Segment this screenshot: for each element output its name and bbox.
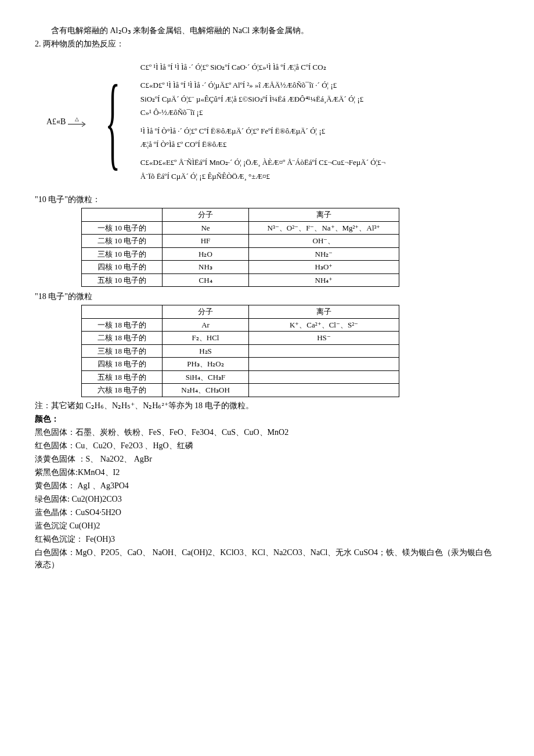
color-line: 紫黑色固体:KMnO4、I2 bbox=[35, 466, 499, 478]
table-row: 五核 10 电子的CH₄NH₄⁺ bbox=[82, 273, 399, 287]
cell: 三核 10 电子的 bbox=[82, 247, 163, 261]
cell: HF bbox=[163, 235, 249, 248]
cell: Ne bbox=[163, 221, 249, 235]
reaction-block: A£«B △ { C£º ¹Ì Ìå ºÍ ¹Ì Ìå ·´ Ó¦£º SiO₂… bbox=[46, 56, 499, 188]
cell: K⁺、Ca²⁺、Cl⁻、S²⁻ bbox=[249, 318, 399, 332]
color-line: 淡黄色固体 ：S、 Na2O2、 AgBr bbox=[35, 453, 499, 465]
cell: 六核 18 电子的 bbox=[82, 384, 163, 397]
color-line: 蓝色晶体：CuSO4·5H2O bbox=[35, 506, 499, 519]
color-line: 黑色固体：石墨、炭粉、铁粉、FeS、FeO、Fe3O4、CuS、CuO、MnO2 bbox=[35, 426, 499, 438]
table-row: 分子 离子 bbox=[82, 305, 399, 319]
cell: H₂O bbox=[163, 247, 249, 261]
cell: CH₄ bbox=[163, 273, 249, 287]
cell: 五核 10 电子的 bbox=[82, 273, 163, 287]
cell: SiH₄、CH₃F bbox=[163, 370, 249, 384]
reaction-item: C£«D£«E£º Å¨ÑÌËáºÍ MnO₂·´ Ó¦ ¡ÖÆ¸ ÀÈÆ¤º … bbox=[140, 156, 385, 183]
cell bbox=[249, 370, 399, 384]
cell: 二核 18 电子的 bbox=[82, 332, 163, 345]
table-row: 二核 18 电子的F₂、HClHS⁻ bbox=[82, 332, 399, 345]
table-row: 一核 18 电子的ArK⁺、Ca²⁺、Cl⁻、S²⁻ bbox=[82, 318, 399, 332]
t18-note: 注：其它诸如 C₂H₆、N₂H₅⁺、N₂H₆²⁺等亦为 18 电子的微粒。 bbox=[35, 399, 499, 412]
cell: 分子 bbox=[163, 305, 249, 319]
table-row: 二核 10 电子的HFOH⁻、 bbox=[82, 235, 399, 248]
cell: NH₄⁺ bbox=[249, 273, 399, 287]
reaction-item: C£«D£º ¹Ì Ìå ºÍ ¹Ì Ìå ·´ Ó¦µÄ£º AlºÍ ²» … bbox=[140, 78, 385, 119]
brace-icon: { bbox=[106, 77, 121, 166]
cell bbox=[249, 344, 399, 358]
cell: Ar bbox=[163, 318, 249, 332]
cell: F₂、HCl bbox=[163, 332, 249, 345]
cell: PH₃、H₂O₂ bbox=[163, 358, 249, 371]
cell: 分子 bbox=[163, 208, 249, 222]
cell: NH₂⁻ bbox=[249, 247, 399, 261]
cell: 二核 10 电子的 bbox=[82, 235, 163, 248]
cell: 五核 18 电子的 bbox=[82, 370, 163, 384]
cell: 四核 18 电子的 bbox=[82, 358, 163, 371]
intro-line: 含有电解熔融的 Al₂O₃ 来制备金属铝、电解熔融的 NaCl 来制备金属钠。 bbox=[35, 24, 499, 37]
table-row: 三核 10 电子的H₂ONH₂⁻ bbox=[82, 247, 399, 261]
color-line: 蓝色沉淀 Cu(OH)2 bbox=[35, 520, 499, 532]
point2-label: 2. 两种物质的加热反应： bbox=[35, 38, 499, 50]
cell bbox=[82, 305, 163, 319]
t18-label: "18 电子"的微粒 bbox=[35, 290, 499, 303]
cell: 四核 10 电子的 bbox=[82, 261, 163, 274]
reaction-item: C£º ¹Ì Ìå ºÍ ¹Ì Ìå ·´ Ó¦£º SiO₂ºÍ CaO·´ … bbox=[140, 60, 385, 74]
cell: OH⁻、 bbox=[249, 235, 399, 248]
cell: 离子 bbox=[249, 305, 399, 319]
table-row: 六核 18 电子的N₂H₄、CH₃OH bbox=[82, 384, 399, 397]
cell bbox=[82, 208, 163, 222]
colors-label: 颜色： bbox=[35, 413, 499, 425]
table-row: 四核 18 电子的PH₃、H₂O₂ bbox=[82, 358, 399, 371]
cell bbox=[249, 384, 399, 397]
table-row: 五核 18 电子的SiH₄、CH₃F bbox=[82, 370, 399, 384]
table-18e: 分子 离子 一核 18 电子的ArK⁺、Ca²⁺、Cl⁻、S²⁻ 二核 18 电… bbox=[81, 305, 399, 397]
cell: 一核 10 电子的 bbox=[82, 221, 163, 235]
triangle-icon: △ bbox=[75, 116, 79, 122]
arrow-triangle-icon: △ bbox=[68, 116, 85, 128]
reaction-left: A£«B bbox=[46, 116, 66, 128]
cell: H₂S bbox=[163, 344, 249, 358]
table-row: 分子 离子 bbox=[82, 208, 399, 222]
cell: NH₃ bbox=[163, 261, 249, 274]
cell: 离子 bbox=[249, 208, 399, 222]
cell: H₃O⁺ bbox=[249, 261, 399, 274]
table-10e: 分子 离子 一核 10 电子的NeN³⁻、O²⁻、F⁻、Na⁺、Mg²⁺、Al³… bbox=[81, 208, 399, 287]
cell: N₂H₄、CH₃OH bbox=[163, 384, 249, 397]
table-row: 三核 18 电子的H₂S bbox=[82, 344, 399, 358]
table-row: 一核 10 电子的NeN³⁻、O²⁻、F⁻、Na⁺、Mg²⁺、Al³⁺ bbox=[82, 221, 399, 235]
color-line: 白色固体：MgO、P2O5、CaO、 NaOH、Ca(OH)2、KClO3、KC… bbox=[35, 546, 499, 571]
cell: HS⁻ bbox=[249, 332, 399, 345]
t10-label: "10 电子"的微粒： bbox=[35, 193, 499, 206]
table-row: 四核 10 电子的NH₃H₃O⁺ bbox=[82, 261, 399, 274]
color-line: 红色固体：Cu、Cu2O、Fe2O3 、HgO、红磷 bbox=[35, 440, 499, 452]
color-line: 黄色固体： AgI 、Ag3PO4 bbox=[35, 480, 499, 492]
reaction-item: ¹Ì Ìå ºÍ Ò°Ìå ·´ Ó¦£º CºÍ Ë®ôÆµÄ´ Ó¦£º F… bbox=[140, 124, 385, 152]
cell: 一核 18 电子的 bbox=[82, 318, 163, 332]
cell: N³⁻、O²⁻、F⁻、Na⁺、Mg²⁺、Al³⁺ bbox=[249, 221, 399, 235]
color-line: 绿色固体: Cu2(OH)2CO3 bbox=[35, 493, 499, 505]
cell: 三核 18 电子的 bbox=[82, 344, 163, 358]
brace-content: C£º ¹Ì Ìå ºÍ ¹Ì Ìå ·´ Ó¦£º SiO₂ºÍ CaO·´ … bbox=[140, 56, 385, 188]
cell bbox=[249, 358, 399, 371]
color-line: 红褐色沉淀： Fe(OH)3 bbox=[35, 533, 499, 545]
